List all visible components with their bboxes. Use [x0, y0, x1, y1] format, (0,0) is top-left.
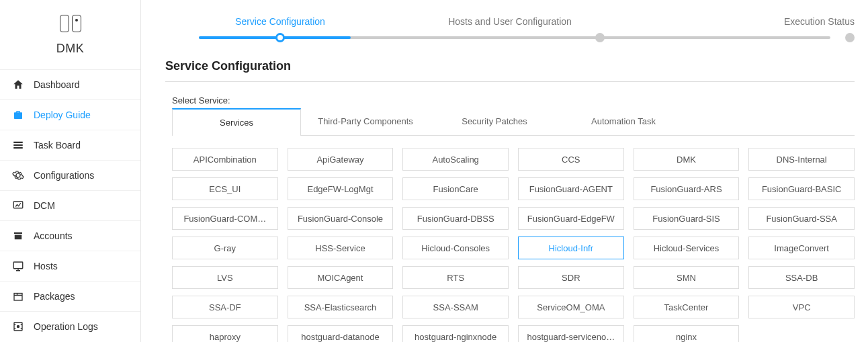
nav-item-accounts[interactable]: Accounts [0, 220, 140, 251]
log-icon [12, 320, 24, 333]
nav-item-label: Hosts [34, 261, 58, 271]
service-tile[interactable]: SDR [518, 266, 624, 289]
nav-item-label: Task Board [34, 140, 81, 151]
nav-item-label: Configurations [34, 170, 94, 181]
service-tile[interactable]: HSS-Service [288, 237, 394, 259]
archive-icon [12, 230, 24, 242]
service-tile[interactable]: hostguard-nginxnode [402, 325, 509, 342]
service-tile[interactable]: Hicloud-Consoles [402, 237, 509, 259]
service-tile[interactable]: FusionGuard-ARS [634, 177, 740, 200]
service-tile[interactable]: FusionGuard-EdgeFW [518, 207, 624, 230]
service-tile[interactable]: SSA-Elasticsearch [288, 296, 394, 318]
service-tile[interactable]: DNS-Internal [748, 148, 855, 171]
nav-item-task-board[interactable]: Task Board [0, 130, 140, 160]
nav-item-label: Packages [34, 291, 75, 302]
service-tile[interactable]: VPC [748, 296, 855, 318]
service-tile[interactable]: haproxy [172, 325, 278, 342]
nav-item-configurations[interactable]: Configurations [0, 160, 140, 190]
home-icon [12, 79, 24, 91]
step-dot [275, 33, 285, 42]
service-tile[interactable]: FusionGuard-AGENT [518, 177, 624, 200]
package-icon [12, 290, 24, 302]
service-tile[interactable]: Hicloud-Services [634, 237, 740, 259]
service-tile[interactable]: APICombination [172, 148, 278, 171]
logo: DMK [0, 0, 140, 69]
nav-item-dcm[interactable]: DCM [0, 190, 140, 220]
nav: DashboardDeploy GuideTask BoardConfigura… [0, 69, 140, 341]
service-tile[interactable]: TaskCenter [634, 296, 740, 318]
tab-automation-task[interactable]: Automation Task [559, 108, 688, 135]
tabs: ServicesThird-Party ComponentsSecurity P… [172, 108, 855, 136]
app-icon [60, 15, 81, 32]
service-tile[interactable]: SSA-SSAM [402, 296, 509, 318]
service-tile[interactable]: SMN [634, 266, 740, 289]
select-service-label: Select Service: [172, 95, 855, 105]
nav-item-operation-logs[interactable]: Operation Logs [0, 311, 140, 341]
briefcase-icon [12, 109, 24, 121]
svg-point-7 [17, 326, 19, 328]
page-title: Service Configuration [165, 59, 855, 73]
step-3[interactable]: Execution Status [625, 16, 855, 35]
service-tile[interactable]: nginx [634, 325, 740, 342]
service-tile[interactable]: MOICAgent [288, 266, 394, 289]
nav-item-label: Dashboard [34, 79, 80, 90]
service-tile[interactable]: ImageConvert [748, 237, 855, 259]
list-icon [12, 139, 24, 151]
service-tile[interactable]: LVS [172, 266, 278, 289]
tab-security-patches[interactable]: Security Patches [430, 108, 559, 135]
step-2[interactable]: Hosts and User Configuration [395, 16, 625, 35]
svg-rect-5 [14, 294, 22, 301]
service-tile[interactable]: Hicloud-Infr [518, 237, 624, 259]
service-tile[interactable]: G-ray [172, 237, 278, 259]
nav-item-hosts[interactable]: Hosts [0, 251, 140, 281]
nav-item-label: Operation Logs [34, 321, 98, 332]
service-tile[interactable]: FusionGuard-COM… [172, 207, 278, 230]
svg-rect-1 [13, 144, 23, 146]
service-tile[interactable]: FusionGuard-SIS [634, 207, 740, 230]
gear-icon [12, 169, 24, 181]
step-1[interactable]: Service Configuration [165, 16, 395, 35]
main: Service Configuration Hosts and User Con… [141, 0, 868, 342]
app-name: DMK [56, 42, 85, 56]
display-icon [12, 260, 24, 272]
service-tile[interactable]: CCS [518, 148, 624, 171]
stepper-track [199, 36, 830, 39]
service-tile[interactable]: FusionGuard-DBSS [402, 207, 509, 230]
service-tile[interactable]: SSA-DF [172, 296, 278, 318]
step-dot [595, 33, 605, 42]
svg-rect-2 [13, 147, 23, 148]
service-tile[interactable]: ApiGateway [288, 148, 394, 171]
tab-services[interactable]: Services [172, 108, 301, 136]
divider [165, 81, 855, 82]
service-tile[interactable]: ECS_UI [172, 177, 278, 200]
nav-item-label: Accounts [34, 230, 73, 241]
service-tile[interactable]: AutoScaling [402, 148, 509, 171]
monitor-icon [12, 200, 24, 212]
svg-rect-0 [13, 142, 23, 143]
nav-item-deploy-guide[interactable]: Deploy Guide [0, 99, 140, 130]
service-tile[interactable]: hostguard-datanode [288, 325, 394, 342]
service-tile[interactable]: FusionGuard-SSA [748, 207, 855, 230]
service-tile[interactable]: FusionGuard-BASIC [748, 177, 855, 200]
step-label: Hosts and User Configuration [448, 16, 572, 27]
service-tile[interactable]: hostguard-serviceno… [518, 325, 624, 342]
service-tile[interactable]: SSA-DB [748, 266, 855, 289]
tab-third-party-components[interactable]: Third-Party Components [301, 108, 430, 135]
nav-item-packages[interactable]: Packages [0, 281, 140, 311]
nav-item-label: DCM [34, 200, 55, 211]
service-tile[interactable]: DMK [634, 148, 740, 171]
service-tile[interactable]: FusionGuard-Console [288, 207, 394, 230]
step-label: Execution Status [784, 16, 855, 27]
stepper: Service Configuration Hosts and User Con… [165, 16, 855, 35]
service-grid: APICombinationApiGatewayAutoScalingCCSDM… [172, 148, 855, 342]
step-label: Service Configuration [235, 16, 325, 27]
nav-item-dashboard[interactable]: Dashboard [0, 69, 140, 99]
service-tile[interactable]: ServiceOM_OMA [518, 296, 624, 318]
service-tile[interactable]: EdgeFW-LogMgt [288, 177, 394, 200]
sidebar: DMK DashboardDeploy GuideTask BoardConfi… [0, 0, 141, 342]
svg-rect-4 [13, 262, 23, 269]
stepper-progress [199, 36, 351, 39]
service-tile[interactable]: FusionCare [402, 177, 509, 200]
service-tile[interactable]: RTS [402, 266, 509, 289]
nav-item-label: Deploy Guide [34, 110, 91, 120]
